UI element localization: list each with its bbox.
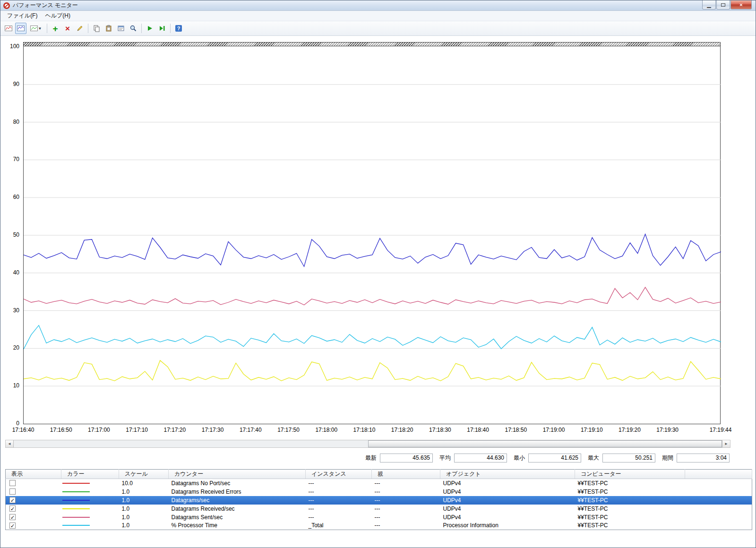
show-checkbox[interactable] [9,488,16,495]
y-axis-labels: 0102030405060708090100 [0,36,21,471]
x-axis-label: 17:18:10 [353,427,376,433]
x-axis-label: 17:17:20 [164,427,186,433]
cell-counter: Datagrams No Port/sec [169,479,306,488]
cell-instance: --- [306,496,372,505]
cell-parent: --- [372,479,440,488]
cell-scale: 1.0 [119,496,169,505]
add-counter-button[interactable]: + [50,23,61,34]
cell-scale: 10.0 [119,479,169,488]
show-checkbox[interactable] [9,480,16,486]
scrollbar-track[interactable] [14,440,722,447]
highlight-button[interactable] [74,23,86,34]
line-chart-icon [17,25,25,32]
help-button[interactable]: ? [173,23,184,34]
x-axis-label: 17:19:30 [656,427,679,433]
x-axis-label: 17:17:40 [240,427,262,433]
toolbar-separator [141,24,142,33]
color-swatch [62,483,90,484]
maximum-value: 50.251 [602,454,655,462]
cell-filler [685,496,752,505]
plot-area[interactable] [23,42,721,424]
cell-counter: Datagrams Received Errors [169,488,306,496]
cell-filler [685,513,752,522]
legend-row[interactable]: ✓1.0% Processor Time_Total---Processor I… [6,522,752,530]
x-axis-label: 17:17:00 [88,427,110,433]
color-swatch [62,491,90,492]
scroll-left-button[interactable]: ◄ [6,440,14,447]
perfmon-window: パフォーマンス モニター ▁ × ファイル(F) ヘルプ(H) ▼ + × [0,0,756,548]
show-checkbox[interactable]: ✓ [9,497,16,503]
cell-object: UDPv4 [440,496,575,505]
series-line-Datagrams Received/sec [24,360,721,381]
copy-properties-button[interactable] [91,23,102,34]
toolbar-separator [170,24,171,33]
legend-column-header[interactable]: オブジェクト [440,470,575,479]
x-axis-label: 17:16:40 [12,427,34,433]
legend-column-header[interactable]: 親 [372,470,440,479]
update-data-button[interactable] [156,23,168,34]
legend-row[interactable]: ✓1.0Datagrams/sec------UDPv4¥¥TEST-PC [6,496,752,505]
pencil-icon [76,25,84,32]
properties-button[interactable] [115,23,127,34]
cell-instance: _Total [306,522,372,530]
graph-type-dropdown[interactable]: ▼ [27,23,44,34]
scrollbar-thumb[interactable] [368,440,722,447]
horizontal-scrollbar[interactable]: ◄ ► [5,440,730,448]
resume-display-button[interactable] [144,23,155,34]
cell-color [61,496,119,505]
title-bar[interactable]: パフォーマンス モニター ▁ × [0,0,756,11]
cell-color [61,479,119,488]
chart-svg [24,47,721,424]
cell-show [6,488,61,496]
zoom-button[interactable] [128,23,139,34]
paste-counter-list-button[interactable] [103,23,114,34]
cell-instance: --- [306,505,372,513]
step-forward-icon [158,25,166,32]
y-axis-label: 10 [2,382,19,389]
cell-scale: 1.0 [119,513,169,522]
latest-value: 45.635 [380,454,433,462]
cell-show [6,479,61,488]
legend-column-header[interactable]: コンピューター [575,470,685,479]
play-icon [146,25,154,32]
cell-show: ✓ [6,513,61,522]
legend-column-header[interactable]: カラー [61,470,119,479]
legend-column-header[interactable]: スケール [119,470,169,479]
cell-counter: Datagrams Sent/sec [169,513,306,522]
help-icon: ? [175,25,182,32]
y-axis-label: 50 [2,231,19,238]
cell-object: Processor Information [440,522,575,530]
show-checkbox[interactable]: ✓ [9,522,16,529]
view-graph-button[interactable] [15,23,26,34]
legend-column-header[interactable]: 表示 [6,470,61,479]
cell-parent: --- [372,496,440,505]
menu-file[interactable]: ファイル(F) [3,11,41,21]
show-checkbox[interactable]: ✓ [9,514,16,520]
scroll-right-button[interactable]: ► [722,440,730,447]
series-line-% Processor Time [24,325,721,349]
minimize-button[interactable]: ▁ [702,0,716,9]
legend-column-header[interactable] [685,470,752,479]
chart-type-icon [30,25,38,32]
cell-computer: ¥¥TEST-PC [575,496,685,505]
x-axis-label: 17:18:40 [467,427,489,433]
legend-row[interactable]: ✓1.0Datagrams Sent/sec------UDPv4¥¥TEST-… [6,513,752,522]
y-axis-label: 0 [2,420,19,427]
average-label: 平均 [439,454,451,462]
legend-column-header[interactable]: カウンター [169,470,306,479]
legend-row[interactable]: ✓1.0Datagrams Received/sec------UDPv4¥¥T… [6,505,752,513]
legend-row[interactable]: 10.0Datagrams No Port/sec------UDPv4¥¥TE… [6,479,752,488]
view-current-activity-button[interactable] [3,23,14,34]
menu-help[interactable]: ヘルプ(H) [41,11,74,21]
x-axis-label: 17:17:10 [126,427,148,433]
close-button[interactable]: × [730,0,752,9]
legend-column-header[interactable]: インスタンス [306,470,372,479]
cell-counter: % Processor Time [169,522,306,530]
delete-x-icon: × [65,25,70,33]
stats-bar: 最新 45.635 平均 44.630 最小 41.625 最大 50.251 … [359,453,730,463]
legend-row[interactable]: 1.0Datagrams Received Errors------UDPv4¥… [6,488,752,496]
delete-counter-button[interactable]: × [62,23,73,34]
maximize-button[interactable] [716,0,730,9]
show-checkbox[interactable]: ✓ [9,505,16,512]
toolbar: ▼ + × ? [0,21,756,36]
